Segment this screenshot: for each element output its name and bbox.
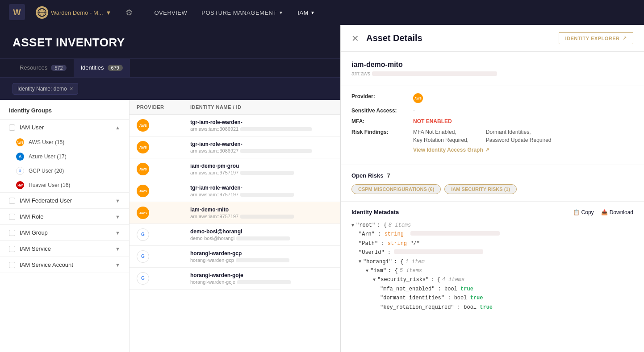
copy-button[interactable]: 📋 Copy <box>573 209 594 215</box>
metadata-header: Identity Metadata 📋 Copy 📥 Download <box>351 209 633 215</box>
org-selector[interactable]: Warden Demo - M... ▼ <box>36 6 111 19</box>
app-logo[interactable]: W <box>9 4 25 21</box>
nav-iam[interactable]: IAM ▼ <box>297 9 315 16</box>
iam-service-account-checkbox[interactable] <box>9 262 15 268</box>
json-line-8: "dormant_identities" : bool true <box>351 294 633 302</box>
aws-icon: AWS <box>137 207 149 219</box>
sidebar-group-header-iam-service[interactable]: IAM Service ▼ <box>0 241 129 257</box>
iam-group-checkbox[interactable] <box>9 230 15 236</box>
sidebar-group-iam-user: IAM User ▲ AWS AWS User (15) A <box>0 120 129 193</box>
identity-name: iam-demo-pm-grou <box>190 163 333 169</box>
identity-arn: horangi-warden-goje <box>190 279 333 285</box>
col-provider: Provider <box>137 104 190 110</box>
asset-name-section: iam-demo-mito arn:aws <box>341 52 644 86</box>
provider-badge-aws: AWS <box>137 185 190 197</box>
aws-user-label: AWS User (15) <box>29 139 64 145</box>
table-row[interactable]: AWS tgr-iam-role-warden- arn:aws:iam::30… <box>130 115 340 137</box>
gcp-icon: G <box>137 250 149 263</box>
asset-arn: arn:aws <box>351 70 633 77</box>
aws-icon: AWS <box>137 163 149 175</box>
identity-info: horangi-warden-goje horangi-warden-goje <box>190 272 333 285</box>
json-line-5: ▼ "iam" : { 5 items <box>351 266 633 275</box>
settings-icon[interactable]: ⚙ <box>125 8 133 17</box>
aws-provider-icon: AWS <box>413 93 423 103</box>
table-row[interactable]: AWS tgr-iam-role-warden- arn:aws:iam::97… <box>130 180 340 202</box>
sidebar-title: Identity Groups <box>0 107 129 120</box>
sidebar-sub-azure-user[interactable]: A Azure User (17) <box>0 149 129 164</box>
nav-overview[interactable]: OVERVIEW <box>154 9 187 16</box>
iam-federated-user-checkbox[interactable] <box>9 198 15 204</box>
identity-info: iam-demo-mito arn:aws:iam::9757197 <box>190 207 333 219</box>
close-button[interactable]: ✕ <box>351 33 359 44</box>
sidebar-group-header-iam-group[interactable]: IAM Group ▼ <box>0 225 129 240</box>
identity-name: tgr-iam-role-warden- <box>190 141 333 147</box>
provider-badge-gcp: G <box>137 228 190 241</box>
identity-explorer-button[interactable]: IDENTITY EXPLORER ↗ <box>559 32 633 44</box>
sidebar-group-header-iam-federated-user[interactable]: IAM Federated User ▼ <box>0 193 129 208</box>
sidebar-group-header-iam-role[interactable]: IAM Role ▼ <box>0 209 129 224</box>
sensitive-access-label: Sensitive Access: <box>351 108 410 114</box>
identity-info: horangi-warden-gcp horangi-warden-gcp <box>190 250 333 263</box>
cspm-misconfigurations-badge[interactable]: CSPM MISCONFIGURATIONS (6) <box>351 184 441 194</box>
table-row[interactable]: G horangi-warden-goje horangi-warden-goj… <box>130 268 340 290</box>
identity-name: horangi-warden-goje <box>190 272 333 278</box>
identity-metadata-section: Identity Metadata 📋 Copy 📥 Download <box>341 202 644 319</box>
tab-resources[interactable]: Resources 572 <box>13 59 74 77</box>
azure-provider-icon: A <box>16 153 24 161</box>
sidebar-sub-huawei-user[interactable]: HW Huawei User (16) <box>0 178 129 192</box>
view-identity-access-graph-link[interactable]: View Identity Access Graph ↗ <box>413 147 552 153</box>
json-line-7: "mfa_not_enabled" : bool true <box>351 285 633 294</box>
details-title: Asset Details <box>366 33 422 43</box>
identity-name: demo-bosi@horangi <box>190 228 333 235</box>
iam-user-checkbox[interactable] <box>9 124 15 131</box>
json-line-9: "key_rotation_required" : bool true <box>351 303 633 312</box>
sidebar-group-iam-service-account: IAM Service Account ▼ <box>0 257 129 273</box>
table-row[interactable]: AWS tgr-iam-role-warden- arn:aws:iam::30… <box>130 137 340 158</box>
info-section: Provider: AWS Sensitive Access: - MFA: N… <box>341 86 644 165</box>
main-layout: ASSET INVENTORY Resources 572 Identities… <box>0 25 644 352</box>
provider-badge-aws: AWS <box>137 141 190 153</box>
table-row[interactable]: AWS iam-demo-pm-grou arn:aws:iam::975719… <box>130 158 340 180</box>
iam-federated-user-chevron-icon: ▼ <box>115 198 120 203</box>
svg-text:G: G <box>141 254 145 259</box>
identity-info: tgr-iam-role-warden- arn:aws:iam::975719… <box>190 185 333 197</box>
tab-identities[interactable]: Identities 679 <box>74 59 130 77</box>
mfa-label: MFA: <box>351 118 410 124</box>
filter-tag-label: Identity Name: demo <box>17 86 67 92</box>
identity-arn: demo-bosi@horangi <box>190 236 333 241</box>
collapse-icon[interactable]: ▼ <box>351 222 354 229</box>
download-button[interactable]: 📥 Download <box>601 209 633 215</box>
table-row[interactable]: G demo-bosi@horangi demo-bosi@horangi <box>130 224 340 246</box>
open-risks-title-row: Open Risks 7 <box>351 172 633 179</box>
sidebar-sub-gcp-user[interactable]: G GCP User (20) <box>0 164 129 178</box>
identity-name: iam-demo-mito <box>190 207 333 213</box>
iam-service-checkbox[interactable] <box>9 246 15 252</box>
filter-close-button[interactable]: × <box>70 85 73 92</box>
identity-arn: arn:aws:iam::9757197 <box>190 214 333 219</box>
iam-role-label: IAM Role <box>20 213 111 220</box>
provider-row: Provider: AWS <box>351 93 633 103</box>
sidebar-group-iam-group: IAM Group ▼ <box>0 225 129 241</box>
sidebar-group-header-iam-user[interactable]: IAM User ▲ <box>0 120 129 135</box>
table-row[interactable]: G horangi-warden-gcp horangi-warden-gcp <box>130 246 340 268</box>
sidebar-group-header-iam-service-account[interactable]: IAM Service Account ▼ <box>0 257 129 273</box>
iam-security-risks-badge[interactable]: IAM SECURITY RISKS (1) <box>444 184 517 194</box>
json-viewer: ▼ "root" : { 8 items "Arn" : string "Pat… <box>351 221 633 312</box>
svg-text:G: G <box>141 232 145 237</box>
nav-posture-management[interactable]: POSTURE MANAGEMENT ▼ <box>201 9 283 16</box>
gcp-icon: G <box>137 228 149 241</box>
collapse-iam-icon[interactable]: ▼ <box>366 267 368 275</box>
iam-role-checkbox[interactable] <box>9 214 15 220</box>
table-row-selected[interactable]: AWS iam-demo-mito arn:aws:iam::9757197 <box>130 202 340 224</box>
gcp-provider-icon: G <box>16 167 24 175</box>
risk-item-0: MFA Not Enabled, <box>413 129 479 135</box>
sidebar-group-iam-service: IAM Service ▼ <box>0 241 129 257</box>
iam-role-chevron-icon: ▼ <box>115 214 120 219</box>
collapse-horangi-icon[interactable]: ▼ <box>359 258 361 265</box>
huawei-user-label: Huawei User (16) <box>29 182 70 188</box>
identity-sidebar: Identity Groups IAM User ▲ AWS AWS User … <box>0 100 130 352</box>
identity-info: tgr-iam-role-warden- arn:aws:iam::308692… <box>190 141 333 153</box>
risk-badges-container: CSPM MISCONFIGURATIONS (6) IAM SECURITY … <box>351 184 633 194</box>
sidebar-sub-aws-user[interactable]: AWS AWS User (15) <box>0 135 129 149</box>
collapse-security-risks-icon[interactable]: ▼ <box>373 276 376 284</box>
